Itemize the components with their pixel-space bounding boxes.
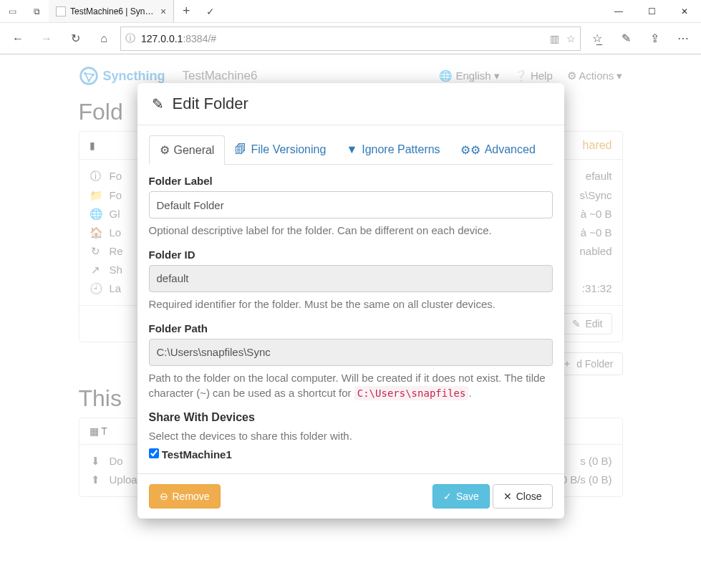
pencil-icon: ✎ [152, 95, 164, 112]
favicon-icon [56, 6, 66, 16]
folder-path-label: Folder Path [149, 322, 553, 334]
device-checkbox-row[interactable]: TestMachine1 [149, 448, 553, 461]
url-rest: :8384/# [183, 33, 216, 44]
folder-path-input [149, 339, 553, 366]
remove-button[interactable]: ⊖Remove [149, 484, 221, 509]
folder-label-help: Optional descriptive label for the folde… [149, 223, 553, 238]
back-button[interactable]: ← [6, 26, 30, 51]
gear-icon: ⚙ [160, 143, 170, 157]
folder-path-help: Path to the folder on the local computer… [149, 370, 553, 402]
window-titlebar: ▭ ⧉ TestMachine6 | Syncthin × + ✓ — ☐ ✕ [0, 0, 701, 23]
minimize-button[interactable]: — [602, 0, 635, 22]
folder-label-label: Folder Label [149, 175, 553, 187]
info-icon: ⓘ [125, 32, 135, 45]
share-button[interactable]: ⇪ [642, 26, 667, 51]
tab-menu-icon[interactable]: ✓ [198, 0, 223, 22]
tab-general[interactable]: ⚙General [149, 135, 226, 165]
minus-circle-icon: ⊖ [160, 491, 168, 502]
cogs-icon: ⚙⚙ [460, 143, 480, 157]
tab-advanced[interactable]: ⚙⚙Advanced [450, 135, 546, 164]
folder-id-input [149, 265, 553, 292]
url-host: 127.0.0.1 [141, 33, 183, 44]
tab-title: TestMachine6 | Syncthin [70, 6, 156, 16]
modal-title: Edit Folder [173, 95, 248, 113]
folder-id-help: Required identifier for the folder. Must… [149, 297, 553, 312]
share-with-help: Select the devices to share this folder … [149, 428, 553, 444]
notes-button[interactable]: ✎ [614, 26, 638, 51]
page-viewport: Syncthing TestMachine6 🌐 English ▾ ❔ Hel… [0, 54, 701, 588]
close-tab-icon[interactable]: × [160, 6, 166, 17]
copy-icon: 🗐 [235, 143, 246, 156]
browser-tab[interactable]: TestMachine6 | Syncthin × [49, 0, 174, 22]
tab-ignore-patterns[interactable]: ▼Ignore Patterns [336, 135, 450, 164]
folder-path-code: C:\Users\snapfiles [354, 386, 469, 400]
filter-icon: ▼ [346, 143, 357, 156]
share-with-heading: Share With Devices [149, 411, 553, 424]
new-tab-button[interactable]: + [174, 0, 198, 22]
modal-tabs: ⚙General 🗐File Versioning ▼Ignore Patter… [149, 135, 553, 165]
tab-aside-icon[interactable]: ⧉ [24, 0, 49, 22]
close-button[interactable]: ✕Close [493, 484, 553, 509]
edit-folder-modal: ✎ Edit Folder ⚙General 🗐File Versioning … [137, 83, 564, 519]
reading-icon[interactable]: ▥ [550, 33, 559, 44]
check-icon: ✓ [443, 491, 452, 502]
device-name: TestMachine1 [162, 448, 232, 461]
close-icon: ✕ [503, 491, 512, 502]
browser-toolbar: ← → ↻ ⌂ ⓘ 127.0.0.1:8384/# ▥ ☆ ☆̲ ✎ ⇪ ⋯ [0, 23, 701, 54]
folder-id-label: Folder ID [149, 249, 553, 261]
folder-label-input[interactable] [149, 191, 553, 218]
address-bar[interactable]: ⓘ 127.0.0.1:8384/# ▥ ☆ [120, 26, 581, 51]
more-button[interactable]: ⋯ [671, 26, 695, 51]
refresh-button[interactable]: ↻ [63, 26, 87, 51]
maximize-button[interactable]: ☐ [635, 0, 668, 22]
close-window-button[interactable]: ✕ [668, 0, 701, 22]
tab-overview-icon[interactable]: ▭ [0, 0, 24, 22]
home-button[interactable]: ⌂ [92, 26, 116, 51]
device-checkbox[interactable] [149, 448, 159, 458]
favorites-button[interactable]: ☆̲ [585, 26, 609, 51]
tab-file-versioning[interactable]: 🗐File Versioning [225, 135, 336, 164]
save-button[interactable]: ✓Save [432, 484, 490, 509]
favorite-icon[interactable]: ☆ [566, 33, 576, 44]
forward-button[interactable]: → [34, 26, 59, 51]
